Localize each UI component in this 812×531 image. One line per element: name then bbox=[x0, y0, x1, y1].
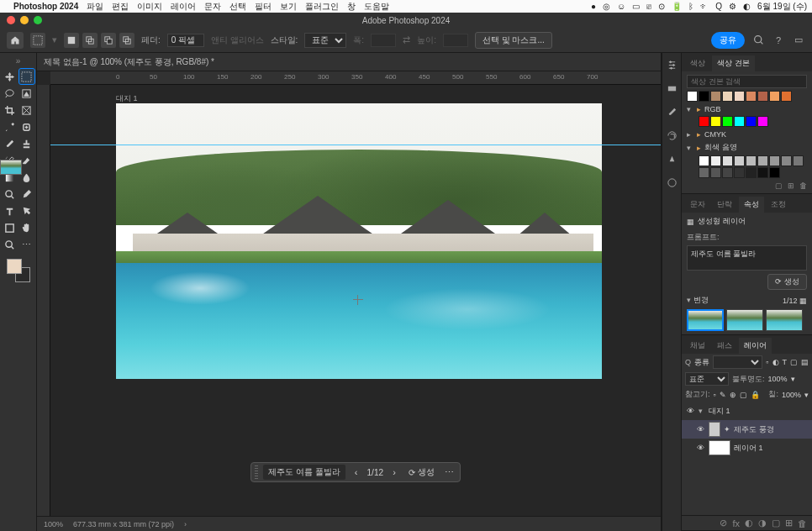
swatch[interactable] bbox=[699, 167, 709, 178]
layer-name[interactable]: 제주도 풍경 bbox=[734, 424, 774, 435]
status-user-icon[interactable]: ☺ bbox=[617, 2, 625, 11]
menu-edit[interactable]: 편집 bbox=[112, 1, 129, 13]
dock-gradients-icon[interactable] bbox=[665, 81, 678, 95]
healing-tool-icon[interactable] bbox=[19, 119, 34, 134]
tab-properties[interactable]: 속성 bbox=[739, 197, 764, 213]
more-options-icon[interactable]: ⋯ bbox=[441, 465, 456, 480]
window-traffic-lights[interactable] bbox=[0, 16, 42, 24]
dock-brushes-icon[interactable] bbox=[665, 105, 678, 118]
visibility-toggle-icon[interactable]: 👁 bbox=[685, 406, 695, 416]
prev-variation-icon[interactable]: ‹ bbox=[349, 465, 364, 480]
swatch[interactable] bbox=[734, 91, 745, 102]
menu-view[interactable]: 보기 bbox=[280, 1, 297, 13]
workspace-icon[interactable]: ▭ bbox=[792, 34, 805, 47]
swatch[interactable] bbox=[722, 91, 733, 102]
swatch[interactable] bbox=[722, 167, 733, 178]
selection-new-icon[interactable] bbox=[64, 33, 79, 48]
swatch[interactable] bbox=[769, 167, 780, 178]
swatch[interactable] bbox=[781, 155, 792, 166]
swatch[interactable] bbox=[699, 91, 709, 102]
status-siri-icon[interactable]: ◐ bbox=[743, 2, 751, 11]
lock-all-icon[interactable]: 🔒 bbox=[751, 391, 760, 399]
tab-color[interactable]: 색상 bbox=[685, 55, 710, 71]
contextual-task-bar[interactable]: 제주도 여름 풀빌라 ‹ 1/12 › ⟳ 생성 ⋯ bbox=[250, 462, 461, 482]
lock-position-icon[interactable]: ⊕ bbox=[730, 391, 736, 399]
menu-help[interactable]: 도움말 bbox=[364, 1, 389, 13]
swatch[interactable] bbox=[722, 116, 733, 127]
marquee-tool-preset-icon[interactable] bbox=[30, 33, 45, 48]
adjustment-layer-icon[interactable]: ◑ bbox=[758, 518, 767, 528]
status-battery-icon[interactable]: 🔋 bbox=[672, 2, 682, 11]
lasso-tool-icon[interactable] bbox=[3, 86, 18, 101]
layer-row[interactable]: 👁 ✦ 제주도 풍경 bbox=[682, 420, 812, 439]
hand-tool-icon[interactable] bbox=[19, 220, 34, 235]
menu-layer[interactable]: 레이어 bbox=[171, 1, 196, 13]
status-screen-icon[interactable]: ⎚ bbox=[646, 2, 651, 11]
document-tab[interactable]: 제목 없음-1 @ 100% (제주도 풍경, RGB/8#) * bbox=[37, 53, 661, 71]
status-bluetooth-icon[interactable]: ᛒ bbox=[688, 2, 693, 11]
tab-channels[interactable]: 채널 bbox=[685, 338, 710, 354]
swatch[interactable] bbox=[734, 167, 745, 178]
opacity-value[interactable]: 100% bbox=[768, 375, 788, 383]
gen-prompt-text[interactable]: 제주도 여름 풀빌라 bbox=[263, 465, 345, 480]
blend-mode-select[interactable]: 표준 bbox=[685, 372, 729, 386]
frame-tool-icon[interactable] bbox=[19, 103, 34, 118]
dodge-tool-icon[interactable] bbox=[3, 187, 18, 202]
canvas-viewport[interactable]: 대지 1 bbox=[50, 85, 661, 516]
new-group-icon[interactable]: ▢ bbox=[772, 518, 780, 528]
swatch[interactable] bbox=[722, 155, 733, 166]
layer-row[interactable]: 👁 레이어 1 bbox=[682, 439, 812, 457]
zoom-tool-icon[interactable] bbox=[3, 237, 18, 252]
close-window-button[interactable] bbox=[7, 16, 15, 24]
next-variation-icon[interactable]: › bbox=[387, 465, 402, 480]
swatch[interactable] bbox=[746, 91, 757, 102]
swatch[interactable] bbox=[734, 155, 745, 166]
swatch-folder-gray[interactable]: ▾▸회색 음영 bbox=[687, 142, 807, 153]
feather-input[interactable] bbox=[167, 34, 204, 47]
tab-swatches[interactable]: 색상 견본 bbox=[712, 55, 755, 71]
status-display-icon[interactable]: ▭ bbox=[632, 2, 640, 11]
visibility-toggle-icon[interactable]: 👁 bbox=[695, 424, 705, 434]
swatch-folder-icon[interactable]: ▢ bbox=[775, 181, 783, 190]
swatch[interactable] bbox=[757, 116, 768, 127]
swatch[interactable] bbox=[699, 116, 709, 127]
swatch[interactable] bbox=[757, 155, 768, 166]
swatch[interactable] bbox=[781, 91, 792, 102]
filter-shape-icon[interactable]: ▢ bbox=[790, 358, 798, 366]
drag-handle-icon[interactable] bbox=[255, 465, 258, 479]
menu-type[interactable]: 문자 bbox=[204, 1, 221, 13]
layer-fx-icon[interactable]: fx bbox=[732, 518, 740, 528]
swatch[interactable] bbox=[746, 116, 757, 127]
variations-grid-icon[interactable]: ▦ bbox=[799, 297, 807, 305]
type-tool-icon[interactable] bbox=[3, 203, 18, 218]
status-search-icon[interactable]: Q bbox=[715, 2, 722, 11]
swatch[interactable] bbox=[687, 91, 698, 102]
foreground-background-swatches[interactable] bbox=[7, 259, 30, 282]
lock-image-icon[interactable]: ✎ bbox=[720, 391, 726, 399]
status-cc-icon[interactable]: ◎ bbox=[603, 2, 610, 11]
eyedropper-tool-icon[interactable] bbox=[3, 119, 18, 134]
layer-artboard-row[interactable]: 👁 ▾ 대지 1 bbox=[682, 402, 812, 420]
menu-file[interactable]: 파일 bbox=[87, 1, 103, 13]
swatch[interactable] bbox=[769, 155, 780, 166]
search-icon[interactable] bbox=[751, 34, 765, 47]
layer-name[interactable]: 레이어 1 bbox=[734, 443, 763, 454]
ruler-vertical[interactable] bbox=[37, 85, 50, 516]
prompt-field[interactable]: 제주도 여름 풀빌라 bbox=[687, 245, 807, 271]
layer-mask-thumbnail[interactable] bbox=[709, 422, 720, 437]
pen-tool-icon[interactable] bbox=[19, 187, 34, 202]
properties-generate-button[interactable]: ⟳생성 bbox=[767, 274, 807, 290]
swatch-folder-rgb[interactable]: ▾▸RGB bbox=[687, 105, 807, 113]
variation-thumb[interactable] bbox=[687, 309, 724, 331]
foreground-color-swatch[interactable] bbox=[7, 259, 22, 274]
link-layers-icon[interactable]: ⊘ bbox=[720, 518, 727, 528]
delete-layer-icon[interactable]: 🗑 bbox=[798, 518, 807, 528]
stamp-tool-icon[interactable] bbox=[19, 136, 34, 151]
maximize-window-button[interactable] bbox=[34, 16, 42, 24]
dock-libraries-icon[interactable] bbox=[665, 176, 678, 189]
home-button[interactable] bbox=[7, 32, 24, 49]
tab-layers[interactable]: 레이어 bbox=[739, 338, 772, 354]
swatch[interactable] bbox=[746, 167, 757, 178]
swatch-folder-cmyk[interactable]: ▸▸CMYK bbox=[687, 130, 807, 139]
swatch[interactable] bbox=[757, 91, 768, 102]
